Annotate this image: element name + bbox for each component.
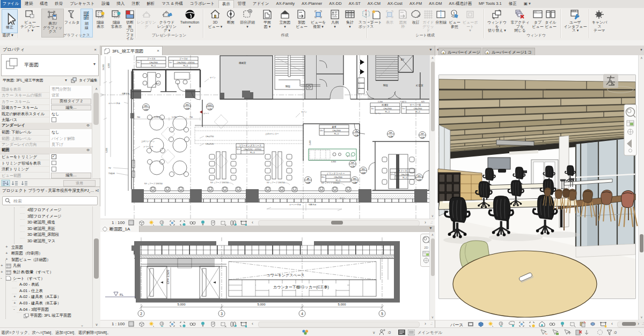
svg-text:ブース3: ブース3: [147, 57, 156, 60]
svg-text:階段: 階段: [286, 85, 291, 88]
svg-text:機械室: 機械室: [239, 62, 246, 64]
svg-text:6㎡: 6㎡: [170, 62, 173, 64]
svg-text:5,000: 5,000: [338, 303, 346, 306]
svg-text:階段: 階段: [383, 84, 389, 87]
svg-text:オフィス: オフィス: [398, 169, 407, 172]
svg-text:04B: 04B: [417, 178, 421, 181]
svg-text:CH=2520(一部2950): CH=2520(一部2950): [244, 148, 261, 151]
svg-text:WD: WD: [353, 177, 357, 180]
svg-text:RF: RF: [351, 161, 354, 164]
svg-text:13㎡: 13㎡: [320, 130, 324, 132]
svg-text:CH=2520: CH=2520: [206, 143, 214, 145]
svg-text:WD: WD: [144, 104, 148, 107]
svg-text:3: 3: [221, 312, 223, 316]
svg-text:5,000: 5,000: [177, 303, 186, 306]
svg-text:2,200: 2,200: [378, 101, 383, 103]
svg-text:ブース4: ブース4: [179, 57, 188, 60]
svg-text:FL+5: FL+5: [415, 111, 420, 113]
svg-text:ゲート: ゲート: [203, 112, 209, 115]
svg-text:2D: 2D: [424, 246, 428, 249]
svg-text:サーバー室: サーバー室: [409, 103, 421, 106]
svg-text:05B: 05B: [420, 136, 424, 139]
svg-text:TV収納: TV収納: [108, 173, 115, 175]
svg-text:FL: FL: [120, 293, 124, 296]
svg-text:1,947.5: 1,947.5: [400, 101, 406, 103]
svg-text:WD: WD: [362, 168, 365, 170]
svg-text:04A: 04A: [306, 181, 310, 184]
svg-text:RF: RF: [389, 131, 392, 134]
svg-text:FL+5: FL+5: [250, 152, 254, 154]
svg-text:CH=2900(一部2250): CH=2900(一部2250): [177, 61, 195, 64]
svg-text:CH=2900: CH=2900: [334, 176, 342, 178]
svg-text:CH=2900: CH=2900: [332, 130, 340, 132]
svg-text:09B: 09B: [144, 108, 148, 111]
svg-text:11㎡: 11㎡: [237, 148, 240, 151]
svg-text:FL+5: FL+5: [334, 133, 339, 135]
svg-text:SWD: SWD: [207, 104, 212, 107]
svg-text:FL+5: FL+5: [184, 65, 188, 67]
svg-text:給湯室: 給湯室: [382, 103, 389, 107]
svg-text:網: 網: [306, 177, 309, 180]
svg-text:07B: 07B: [350, 165, 354, 168]
svg-text:WD: WD: [418, 175, 421, 177]
svg-text:RF: RF: [421, 132, 424, 135]
svg-text:SD: SD: [355, 130, 358, 133]
svg-text:5㎡: 5㎡: [402, 108, 406, 110]
svg-text:12B: 12B: [208, 108, 211, 110]
svg-text:4,300: 4,300: [331, 161, 336, 163]
svg-text:9チェアーズ 19X700: 9チェアーズ 19X700: [210, 182, 229, 184]
svg-text:5,000: 5,000: [257, 303, 266, 306]
svg-text:勾配天井: 勾配天井: [309, 204, 317, 206]
svg-text:CH=2750: CH=2750: [206, 136, 214, 138]
svg-text:760: 760: [137, 116, 140, 118]
svg-text:サイン: サイン: [340, 197, 346, 199]
svg-text:CH= 2,520: CH= 2,520: [166, 270, 170, 284]
svg-text:5: 5: [381, 312, 383, 316]
svg-text:上部カウンター: 上部カウンター: [265, 132, 279, 135]
svg-text:09B: 09B: [185, 107, 189, 110]
svg-text:カウンター下棚/ロッカー(C工事): カウンター下棚/ロッカー(C工事): [273, 285, 329, 289]
svg-text:FL+5: FL+5: [385, 111, 390, 113]
svg-text:9㎡: 9㎡: [137, 62, 141, 64]
svg-text:ルーバー天井: ルーバー天井: [289, 204, 301, 206]
svg-text:06B: 06B: [361, 171, 365, 174]
svg-text:760: 760: [189, 116, 193, 118]
svg-text:9,000: 9,000: [106, 148, 108, 153]
svg-text:コワーキングスペース: コワーキングスペース: [239, 144, 262, 147]
svg-text:給湯室: 給湯室: [415, 84, 423, 87]
svg-text:コワーキングスペース: コワーキングスペース: [266, 273, 304, 277]
svg-text:CH=2900: CH=2900: [414, 108, 422, 110]
svg-text:24,000: 24,000: [103, 64, 105, 70]
svg-text:03A: 03A: [353, 181, 356, 184]
svg-text:9チェアーズ 19X700: 9チェアーズ 19X700: [267, 182, 285, 184]
svg-text:EV: EV: [401, 58, 404, 61]
svg-text:20㎡: 20㎡: [321, 176, 326, 178]
svg-text:クリーン付: クリーン付: [143, 146, 153, 148]
svg-text:上部スクリーン: 上部スクリーン: [141, 140, 155, 143]
svg-text:9チェアーズ 19X600: 9チェアーズ 19X600: [321, 182, 340, 184]
svg-text:ドリンクコーナー: ドリンクコーナー: [326, 172, 345, 175]
svg-text:01A: 01A: [354, 134, 358, 137]
svg-text:2,400: 2,400: [309, 140, 311, 145]
svg-text:CH=2900: CH=2900: [401, 174, 409, 176]
svg-text:FL+5: FL+5: [151, 65, 156, 67]
svg-text:倉庫: 倉庫: [332, 125, 336, 129]
svg-text:勾配天井: 勾配天井: [122, 93, 130, 95]
svg-text:9チェアーズ 19X700: 9チェアーズ 19X700: [144, 183, 163, 185]
svg-text:3㎡: 3㎡: [371, 108, 375, 110]
svg-text:サイン: サイン: [347, 155, 353, 158]
svg-text:FL+5: FL+5: [402, 177, 407, 179]
svg-text:WD: WD: [186, 103, 189, 106]
svg-text:サイン: サイン: [301, 110, 307, 113]
svg-text:ルーバー天井: ルーバー天井: [108, 102, 120, 104]
svg-text:27㎡: 27㎡: [391, 174, 395, 176]
svg-text:2: 2: [140, 312, 142, 316]
svg-text:TV: TV: [108, 167, 111, 169]
svg-text:4,000: 4,000: [108, 63, 110, 68]
svg-text:625: 625: [421, 101, 425, 103]
svg-text:4: 4: [301, 312, 303, 316]
svg-text:CH=2900: CH=2900: [383, 108, 391, 110]
svg-text:FL+5: FL+5: [336, 180, 340, 182]
svg-text:07A: 07A: [389, 135, 392, 138]
svg-text:サイン: サイン: [210, 76, 216, 79]
